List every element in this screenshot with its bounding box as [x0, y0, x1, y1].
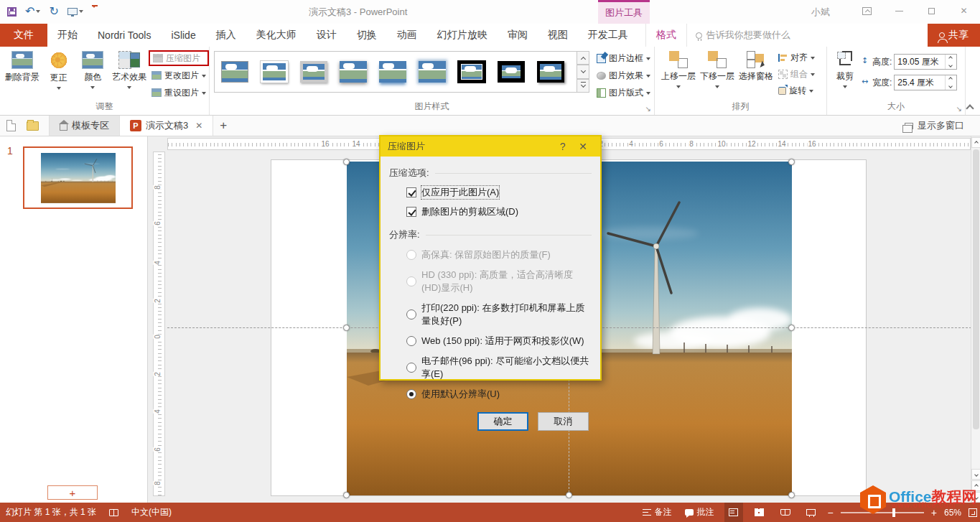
- picture-style-thumbnail[interactable]: [256, 55, 293, 89]
- open-folder-button[interactable]: [22, 116, 43, 136]
- tab-slideshow[interactable]: 幻灯片放映: [427, 24, 498, 47]
- close-tab-icon[interactable]: ✕: [195, 121, 202, 131]
- gallery-scroll-up-button[interactable]: [577, 51, 589, 65]
- resize-handle-top-left[interactable]: [343, 159, 350, 165]
- radio-web-150ppi[interactable]: Web (150 ppi): 适用于网页和投影仪(W): [406, 335, 592, 348]
- radio-email-96ppi[interactable]: 电子邮件(96 ppi): 尽可能缩小文档以便共享(E): [406, 355, 592, 381]
- reset-picture-button[interactable]: 重设图片: [149, 85, 209, 101]
- change-picture-button[interactable]: 更改图片: [149, 67, 209, 83]
- gallery-more-button[interactable]: [577, 79, 589, 93]
- resize-handle-top-right[interactable]: [788, 159, 795, 165]
- tab-nordri-tools[interactable]: Nordri Tools: [88, 24, 161, 47]
- tab-animations[interactable]: 动画: [387, 24, 427, 47]
- tab-transitions[interactable]: 切换: [347, 24, 387, 47]
- new-file-button[interactable]: [0, 116, 22, 136]
- resize-handle-middle-right[interactable]: [788, 325, 795, 331]
- radio-icon[interactable]: [406, 336, 416, 346]
- slide-sorter-view-button[interactable]: [750, 503, 769, 522]
- language-indicator[interactable]: 中文(中国): [131, 506, 172, 518]
- template-zone-tab[interactable]: 模板专区: [49, 116, 120, 136]
- resize-handle-bottom-right[interactable]: [788, 492, 795, 498]
- tell-me-box[interactable]: 告诉我你想要做什么: [687, 24, 799, 47]
- scroll-up-button[interactable]: [971, 137, 980, 148]
- tab-beautify-master[interactable]: 美化大师: [246, 24, 307, 47]
- minimize-button[interactable]: [883, 0, 915, 22]
- new-slide-button[interactable]: +: [47, 485, 98, 500]
- tab-design[interactable]: 设计: [307, 24, 347, 47]
- checkbox-delete-cropped-areas[interactable]: 删除图片的剪裁区域(D): [406, 205, 592, 218]
- undo-button[interactable]: ↶: [25, 6, 40, 17]
- scroll-down-button[interactable]: [971, 469, 980, 480]
- vertical-scrollbar[interactable]: [971, 136, 980, 503]
- share-button[interactable]: 共享: [928, 24, 980, 47]
- show-multiple-windows-button[interactable]: 显示多窗口: [905, 116, 964, 136]
- comments-button[interactable]: 批注: [682, 504, 717, 521]
- slide-counter[interactable]: 幻灯片 第 1 张，共 1 张: [6, 506, 96, 518]
- align-button[interactable]: 对齐: [775, 50, 818, 65]
- rotate-button[interactable]: 旋转: [775, 83, 818, 98]
- reading-view-button[interactable]: [776, 503, 795, 522]
- restore-button[interactable]: [915, 0, 948, 22]
- spellcheck-book-icon[interactable]: [109, 509, 118, 516]
- tab-islide[interactable]: iSlide: [161, 24, 205, 47]
- group-button[interactable]: 组合: [775, 67, 818, 82]
- picture-style-thumbnail[interactable]: [493, 55, 530, 89]
- slideshow-view-button[interactable]: [802, 503, 821, 522]
- ribbon-display-options-button[interactable]: [851, 0, 883, 22]
- radio-selected-icon[interactable]: [406, 389, 416, 399]
- tab-home[interactable]: 开始: [47, 24, 88, 47]
- new-tab-button[interactable]: +: [213, 116, 233, 136]
- tab-format-active[interactable]: 格式: [645, 24, 687, 47]
- gallery-scroll-down-button[interactable]: [577, 65, 589, 78]
- tab-insert[interactable]: 插入: [206, 24, 246, 47]
- normal-view-button[interactable]: [724, 503, 743, 522]
- picture-style-thumbnail[interactable]: [295, 55, 332, 89]
- collapse-ribbon-button[interactable]: [966, 103, 974, 111]
- resize-handle-middle-left[interactable]: [343, 325, 350, 331]
- cancel-button[interactable]: 取消: [538, 412, 589, 431]
- dialog-help-button[interactable]: ?: [553, 141, 573, 152]
- zoom-out-button[interactable]: −: [828, 507, 834, 518]
- resize-handle-bottom-center[interactable]: [566, 492, 572, 498]
- tab-view[interactable]: 视图: [538, 24, 578, 47]
- picture-style-thumbnail[interactable]: [335, 55, 372, 89]
- radio-default-resolution[interactable]: 使用默认分辨率(U): [406, 388, 592, 401]
- tab-developer[interactable]: 开发工具: [578, 24, 638, 47]
- scrollbar-thumb[interactable]: [973, 149, 979, 429]
- picture-style-thumbnail[interactable]: [532, 55, 569, 89]
- dialog-title-bar[interactable]: 压缩图片 ? ✕: [381, 136, 600, 157]
- radio-icon[interactable]: [406, 309, 416, 320]
- height-input[interactable]: [895, 55, 945, 69]
- redo-button[interactable]: ↻: [49, 6, 58, 17]
- picture-border-button[interactable]: 图片边框: [594, 50, 653, 66]
- height-stepper[interactable]: [945, 55, 956, 69]
- picture-layout-button[interactable]: 图片版式: [594, 85, 653, 101]
- picture-style-thumbnail[interactable]: [216, 55, 253, 89]
- resize-handle-bottom-left[interactable]: [343, 492, 350, 498]
- document-tab[interactable]: P 演示文稿3 ✕: [120, 116, 213, 136]
- checkbox-checked-icon[interactable]: [406, 187, 416, 197]
- ok-button[interactable]: 确定: [477, 412, 528, 431]
- picture-effects-button[interactable]: 图片效果: [594, 67, 653, 83]
- compress-pictures-button[interactable]: 压缩图片: [149, 50, 209, 66]
- customize-qat-button[interactable]: [92, 5, 98, 18]
- save-button[interactable]: [7, 7, 17, 17]
- size-dialog-launcher[interactable]: ↘: [956, 105, 962, 113]
- tab-file[interactable]: 文件: [0, 24, 47, 47]
- slide-thumbnail[interactable]: [23, 146, 133, 209]
- radio-icon[interactable]: [406, 363, 416, 373]
- radio-print-220ppi[interactable]: 打印(220 ppi): 在多数打印机和屏幕上质量良好(P): [406, 302, 592, 327]
- picture-styles-dialog-launcher[interactable]: ↘: [645, 105, 651, 113]
- notes-button[interactable]: 备注: [640, 504, 675, 521]
- close-button[interactable]: [948, 0, 980, 22]
- picture-style-thumbnail[interactable]: [414, 55, 451, 89]
- picture-style-thumbnail[interactable]: [453, 55, 490, 89]
- start-slideshow-button[interactable]: [67, 8, 83, 15]
- tab-review[interactable]: 审阅: [498, 24, 538, 47]
- picture-style-thumbnail[interactable]: [374, 55, 411, 89]
- dialog-close-button[interactable]: ✕: [573, 141, 593, 152]
- checkbox-apply-only-this-picture[interactable]: 仅应用于此图片(A): [406, 186, 592, 199]
- width-stepper[interactable]: [945, 75, 956, 90]
- checkbox-checked-icon[interactable]: [406, 207, 416, 217]
- width-input[interactable]: [895, 75, 945, 90]
